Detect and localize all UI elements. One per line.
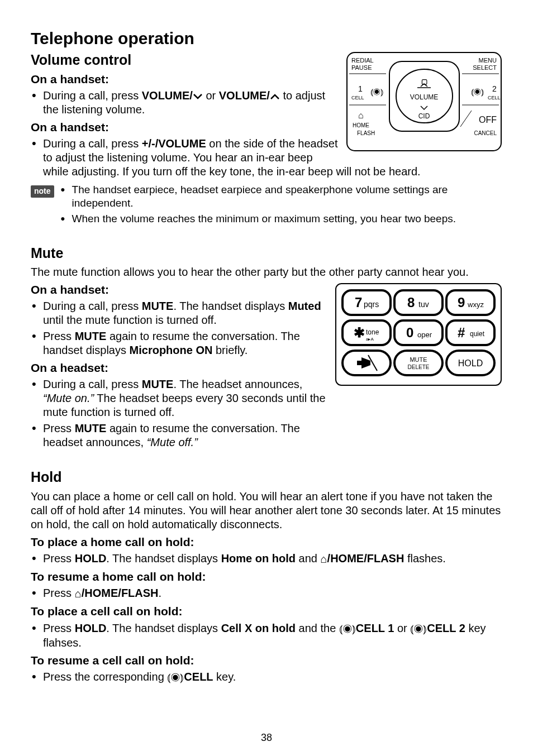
hold-item3: Press HOLD. The handset displays Cell X … [31,621,502,650]
svg-text:MUTE: MUTE [410,356,427,363]
mute-s1-item1: During a call, press MUTE. The handset d… [31,299,327,327]
note-label: note [31,185,54,198]
hold-item4: Press the corresponding ⦅◉⦆CELL key. [31,670,502,685]
svg-text:HOME: HOME [353,122,369,128]
hold-intro: You can place a home or cell call on hol… [31,490,502,532]
svg-text:0: 0 [406,325,413,340]
page-title: Telephone operation [31,28,502,49]
cell-icon: ⦅◉⦆ [167,671,184,685]
svg-rect-48 [394,351,442,375]
chevron-down-icon [193,93,203,100]
hold-item1: Press HOLD. The handset displays Home on… [31,552,502,566]
hold-sub2: To resume a home call on hold: [31,570,502,584]
svg-text:HOLD: HOLD [458,358,483,368]
hold-item2: Press ⌂/HOME/FLASH. [31,586,502,601]
svg-text:a▸A: a▸A [366,337,374,342]
svg-text:CANCEL: CANCEL [474,130,497,136]
keypad-diagram: 7 pqrs 8 tuv 9 wxyz ✱ tone a▸A 0 oper # … [335,283,502,392]
note-item2: When the volume reaches the minimum or m… [60,212,502,226]
note-item1: The handset earpiece, headset earpiece a… [60,183,502,210]
svg-text:#: # [458,325,465,340]
mute-s1-item2: Press MUTE again to resume the conversat… [31,329,327,357]
volume-item1: During a call, press VOLUME/ or VOLUME/ … [31,89,502,117]
hold-sub4: To resume a cell call on hold: [31,653,502,668]
svg-text:9: 9 [458,295,465,310]
home-icon: ⌂ [75,587,82,601]
svg-text:tone: tone [366,328,379,336]
svg-text:MENU: MENU [479,57,497,64]
mute-s2-item2: Press MUTE again to resume the conversat… [31,422,327,449]
svg-text:7: 7 [355,295,362,310]
volume-item2: During a call, press +/-/VOLUME on the s… [31,137,502,179]
svg-text:PAUSE: PAUSE [351,64,372,71]
svg-text:REDIAL: REDIAL [351,57,374,64]
svg-text:oper: oper [417,331,432,339]
mute-s2-item1: During a call, press MUTE. The headset a… [31,377,327,419]
cell-icon: ⦅◉⦆ [339,622,356,636]
svg-text:DELETE: DELETE [408,364,430,370]
mute-heading: Mute [31,245,502,262]
svg-text:pqrs: pqrs [364,300,379,309]
svg-text:SELECT: SELECT [473,64,497,71]
hold-sub3: To place a cell call on hold: [31,604,502,619]
svg-text:FLASH: FLASH [357,130,375,136]
svg-text:tuv: tuv [418,300,429,309]
svg-text:wxyz: wxyz [467,300,484,309]
note-box: note The handset earpiece, headset earpi… [31,183,502,227]
page-number: 38 [0,731,533,744]
hold-sub1: To place a home call on hold: [31,535,502,549]
home-icon: ⌂ [320,552,327,566]
hold-heading: Hold [31,468,502,486]
cell-icon: ⦅◉⦆ [410,622,427,636]
chevron-up-icon [270,93,280,100]
svg-text:8: 8 [407,295,415,310]
svg-text:quiet: quiet [470,330,485,338]
svg-text:✱: ✱ [354,325,365,340]
mute-intro: The mute function allows you to hear the… [31,265,502,279]
